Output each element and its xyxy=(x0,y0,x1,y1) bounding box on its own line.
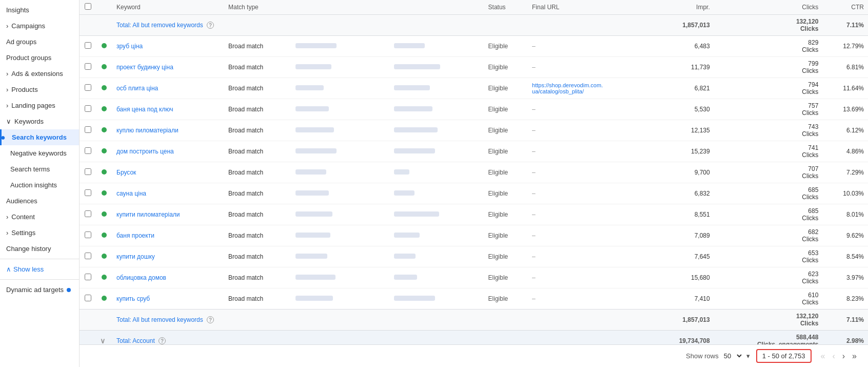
row-checkbox-cell[interactable] xyxy=(80,246,96,267)
table-container[interactable]: Keyword Match type Status Final URL Impr… xyxy=(80,0,868,344)
first-page-button[interactable]: « xyxy=(818,350,828,363)
row-fin-url[interactable]: https://shop.derevodim.com.ua/catalog/os… xyxy=(528,78,653,99)
row-checkbox[interactable] xyxy=(85,63,91,70)
row-checkbox-cell[interactable] xyxy=(80,162,96,183)
row-checkbox-cell[interactable] xyxy=(80,225,96,246)
row-keyword[interactable]: Брусок xyxy=(112,162,224,183)
keyword-link[interactable]: купити дошку xyxy=(116,253,155,260)
row-keyword[interactable]: купити пиломатеріали xyxy=(112,204,224,225)
match-type-header[interactable]: Match type xyxy=(224,0,291,15)
keyword-link[interactable]: купить сруб xyxy=(116,295,150,302)
sidebar-item-settings[interactable]: › Settings xyxy=(0,225,79,241)
fin-url-link[interactable]: https://shop.derevodim.com.ua/catalog/os… xyxy=(532,82,604,94)
row-checkbox[interactable] xyxy=(85,42,91,49)
keyword-link[interactable]: баня проекти xyxy=(116,232,154,239)
row-keyword[interactable]: осб плита ціна xyxy=(112,78,224,99)
keyword-link[interactable]: проект будинку ціна xyxy=(116,64,173,71)
row-checkbox[interactable] xyxy=(85,253,91,259)
row-status: Eligible xyxy=(484,57,528,78)
row-keyword[interactable]: сауна ціна xyxy=(112,183,224,204)
row-keyword[interactable]: куплю пиломатеріали xyxy=(112,120,224,141)
row-checkbox-cell[interactable] xyxy=(80,141,96,162)
row-checkbox-cell[interactable] xyxy=(80,78,96,99)
keyword-link[interactable]: баня цена под ключ xyxy=(116,106,173,113)
row-checkbox-cell[interactable] xyxy=(80,267,96,288)
keyword-link[interactable]: купити пиломатеріали xyxy=(116,211,180,218)
sidebar-item-change-history[interactable]: Change history xyxy=(0,241,79,257)
row-checkbox[interactable] xyxy=(85,274,91,280)
row-fin-url: – xyxy=(528,162,653,183)
sidebar-item-dynamic-ad-targets[interactable]: Dynamic ad targets xyxy=(0,282,79,298)
keyword-link[interactable]: зруб ціна xyxy=(116,43,143,50)
ctr-header[interactable]: CTR xyxy=(822,0,868,15)
keyword-link[interactable]: сауна ціна xyxy=(116,190,146,197)
keyword-link[interactable]: Брусок xyxy=(116,169,136,176)
row-keyword[interactable]: купити дошку xyxy=(112,246,224,267)
sidebar-item-product-groups[interactable]: Product groups xyxy=(0,50,79,66)
row-checkbox-cell[interactable] xyxy=(80,36,96,57)
sidebar-item-audiences[interactable]: Audiences xyxy=(0,193,79,209)
row-checkbox[interactable] xyxy=(85,147,91,154)
keyword-link[interactable]: куплю пиломатеріали xyxy=(116,127,179,134)
row-checkbox[interactable] xyxy=(85,126,91,133)
select-all-header[interactable] xyxy=(80,0,96,15)
row-keyword[interactable]: купить сруб xyxy=(112,288,224,310)
row-checkbox[interactable] xyxy=(85,231,91,238)
footer: Show rows 10 25 50 100 250 ▾ 1 - 50 of 2… xyxy=(80,344,868,367)
sidebar-item-negative-keywords[interactable]: Negative keywords xyxy=(0,145,79,161)
row-checkbox-cell[interactable] xyxy=(80,99,96,120)
row-impressions: 6,483 xyxy=(653,36,714,57)
fin-url-header[interactable]: Final URL xyxy=(528,0,653,15)
keyword-link[interactable]: осб плита ціна xyxy=(116,85,158,92)
row-checkbox-cell[interactable] xyxy=(80,120,96,141)
clicks-header[interactable]: Clicks xyxy=(714,0,823,15)
row-checkbox-cell[interactable] xyxy=(80,183,96,204)
total2-help-icon[interactable]: ? xyxy=(207,316,214,323)
row-keyword[interactable]: зруб ціна xyxy=(112,36,224,57)
row-checkbox[interactable] xyxy=(85,168,91,175)
sidebar-item-landing-pages[interactable]: › Landing pages xyxy=(0,98,79,113)
expand-icon[interactable]: ∨ xyxy=(100,337,105,344)
next-page-button[interactable]: › xyxy=(839,350,848,363)
row-keyword[interactable]: проект будинку ціна xyxy=(112,57,224,78)
sidebar-item-content[interactable]: › Content xyxy=(0,209,79,225)
rows-per-page-select[interactable]: 10 25 50 100 250 xyxy=(722,352,743,360)
row-keyword[interactable]: дом построить цена xyxy=(112,141,224,162)
row-bar1-cell xyxy=(291,36,388,57)
sidebar-item-auction-insights[interactable]: Auction insights xyxy=(0,177,79,193)
row-bar1-cell xyxy=(291,57,388,78)
keyword-header[interactable]: Keyword xyxy=(112,0,224,15)
impressions-header[interactable]: Impr. xyxy=(653,0,714,15)
row-ctr: 3.97% xyxy=(822,267,868,288)
show-less-button[interactable]: ∧ Show less xyxy=(0,261,79,277)
last-page-button[interactable]: » xyxy=(849,350,860,363)
sidebar-item-search-keywords[interactable]: ● Search keywords xyxy=(0,129,79,145)
row-ctr: 9.62% xyxy=(822,225,868,246)
sidebar-item-insights[interactable]: Insights xyxy=(0,2,79,18)
sidebar-item-search-terms[interactable]: Search terms xyxy=(0,161,79,177)
row-keyword[interactable]: облицовка домов xyxy=(112,267,224,288)
row-checkbox[interactable] xyxy=(85,189,91,196)
account-help-icon[interactable]: ? xyxy=(159,337,166,344)
row-checkbox[interactable] xyxy=(85,210,91,217)
total-help-icon[interactable]: ? xyxy=(207,22,214,29)
row-checkbox-cell[interactable] xyxy=(80,57,96,78)
row-checkbox-cell[interactable] xyxy=(80,204,96,225)
row-checkbox[interactable] xyxy=(85,295,91,301)
sidebar-item-keywords[interactable]: ∨ Keywords xyxy=(0,113,79,129)
row-checkbox[interactable] xyxy=(85,84,91,91)
sidebar-item-ad-groups[interactable]: Ad groups xyxy=(0,34,79,50)
select-all-checkbox[interactable] xyxy=(85,3,91,10)
status-col-header[interactable]: Status xyxy=(484,0,528,15)
keyword-link[interactable]: облицовка домов xyxy=(116,274,166,281)
row-checkbox-cell[interactable] xyxy=(80,288,96,310)
row-keyword[interactable]: баня цена под ключ xyxy=(112,99,224,120)
sidebar-item-ads-extensions[interactable]: › Ads & extensions xyxy=(0,66,79,82)
account-expand-cell[interactable]: ∨ xyxy=(96,331,112,345)
sidebar-item-campaigns[interactable]: › Campaigns xyxy=(0,18,79,34)
sidebar-item-products[interactable]: › Products xyxy=(0,82,79,98)
row-keyword[interactable]: баня проекти xyxy=(112,225,224,246)
row-checkbox[interactable] xyxy=(85,105,91,112)
prev-page-button[interactable]: ‹ xyxy=(829,350,838,363)
keyword-link[interactable]: дом построить цена xyxy=(116,148,174,155)
